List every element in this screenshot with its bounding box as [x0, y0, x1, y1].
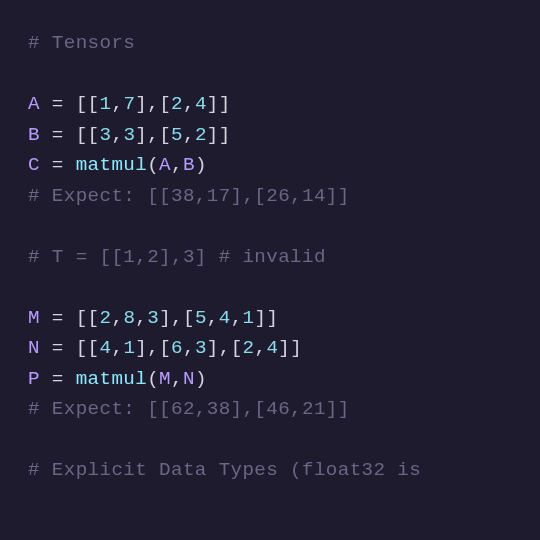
code-token: 5: [195, 307, 207, 329]
code-token: ,: [231, 307, 243, 329]
code-token: matmul: [76, 154, 148, 176]
code-token: ,: [207, 307, 219, 329]
code-token: =: [52, 93, 64, 115]
code-token: 5: [171, 124, 183, 146]
code-token: 3: [147, 307, 159, 329]
code-token: ,: [171, 368, 183, 390]
code-token: [[: [76, 124, 100, 146]
code-token: B: [28, 124, 40, 146]
code-token: =: [52, 154, 64, 176]
code-token: # Expect: [[38,17],[26,14]]: [28, 185, 350, 207]
code-token: ,: [111, 337, 123, 359]
code-token: [40, 368, 52, 390]
code-token: B: [183, 154, 195, 176]
code-token: ,: [171, 154, 183, 176]
code-token: 3: [100, 124, 112, 146]
code-token: 4: [266, 337, 278, 359]
code-token: M: [28, 307, 40, 329]
code-token: ,: [111, 93, 123, 115]
code-token: # Tensors: [28, 32, 135, 54]
code-token: N: [183, 368, 195, 390]
code-token: ]]: [255, 307, 279, 329]
code-token: ,: [183, 93, 195, 115]
code-token: P: [28, 368, 40, 390]
code-token: 2: [243, 337, 255, 359]
code-token: [64, 307, 76, 329]
code-token: ): [195, 154, 207, 176]
code-token: # Expect: [[62,38],[46,21]]: [28, 398, 350, 420]
code-token: ,: [111, 307, 123, 329]
code-token: 4: [100, 337, 112, 359]
code-token: [[: [76, 307, 100, 329]
code-token: [40, 93, 52, 115]
code-token: 1: [243, 307, 255, 329]
code-token: ]]: [278, 337, 302, 359]
code-token: ): [195, 368, 207, 390]
code-token: [40, 307, 52, 329]
code-token: 6: [171, 337, 183, 359]
code-token: 8: [123, 307, 135, 329]
code-token: ]]: [207, 124, 231, 146]
code-token: ],[: [135, 337, 171, 359]
code-token: ],[: [159, 307, 195, 329]
code-token: =: [52, 337, 64, 359]
code-token: =: [52, 124, 64, 146]
code-token: ],[: [207, 337, 243, 359]
code-token: [64, 124, 76, 146]
code-token: 2: [100, 307, 112, 329]
code-token: # T = [[1,2],3] # invalid: [28, 246, 326, 268]
code-token: (: [147, 154, 159, 176]
code-token: N: [28, 337, 40, 359]
code-token: [64, 154, 76, 176]
code-token: [64, 337, 76, 359]
code-token: ],[: [135, 124, 171, 146]
code-token: 3: [123, 124, 135, 146]
code-token: ,: [254, 337, 266, 359]
code-token: 2: [195, 124, 207, 146]
code-token: [[: [76, 337, 100, 359]
code-token: 4: [195, 93, 207, 115]
code-token: A: [159, 154, 171, 176]
code-block: # Tensors A = [[1,7],[2,4]] B = [[3,3],[…: [0, 0, 540, 514]
code-token: 3: [195, 337, 207, 359]
code-token: ,: [183, 337, 195, 359]
code-token: =: [52, 368, 64, 390]
code-token: (: [147, 368, 159, 390]
code-token: C: [28, 154, 40, 176]
code-token: [40, 337, 52, 359]
code-token: [[: [76, 93, 100, 115]
code-token: [64, 368, 76, 390]
code-token: A: [28, 93, 40, 115]
code-token: 2: [171, 93, 183, 115]
code-token: 1: [123, 337, 135, 359]
code-token: # Explicit Data Types (float32 is: [28, 459, 433, 481]
code-token: 7: [123, 93, 135, 115]
code-token: ]]: [207, 93, 231, 115]
code-token: [64, 93, 76, 115]
code-token: [40, 124, 52, 146]
code-token: [40, 154, 52, 176]
code-token: =: [52, 307, 64, 329]
code-token: matmul: [76, 368, 148, 390]
code-token: ,: [183, 124, 195, 146]
code-token: 4: [219, 307, 231, 329]
code-token: 1: [100, 93, 112, 115]
code-token: ,: [111, 124, 123, 146]
code-token: M: [159, 368, 171, 390]
code-token: ,: [135, 307, 147, 329]
code-token: ],[: [135, 93, 171, 115]
